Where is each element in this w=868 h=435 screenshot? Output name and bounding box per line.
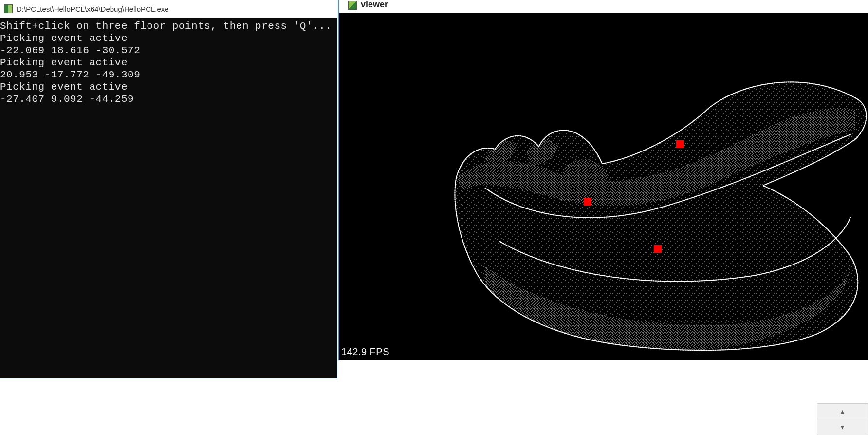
console-line: Picking event active bbox=[0, 33, 128, 44]
console-line: 20.953 -17.772 -49.309 bbox=[0, 69, 140, 80]
picked-point-marker bbox=[654, 245, 662, 253]
fps-counter: 142.9 FPS bbox=[341, 346, 389, 358]
desktop: D:\PCLtest\HelloPCL\x64\Debug\HelloPCL.e… bbox=[0, 0, 868, 435]
picked-point-marker bbox=[584, 198, 591, 206]
viewer-titlebar[interactable]: viewer bbox=[339, 0, 868, 10]
viewer-title: viewer bbox=[361, 0, 388, 10]
picked-point-marker bbox=[676, 140, 684, 148]
console-window[interactable]: D:\PCLtest\HelloPCL\x64\Debug\HelloPCL.e… bbox=[0, 0, 337, 378]
point-cloud-render bbox=[339, 13, 868, 360]
viewer-app-icon bbox=[348, 1, 357, 10]
console-line: Picking event active bbox=[0, 57, 128, 68]
viewer-window[interactable]: viewer bbox=[338, 0, 868, 360]
console-line: -27.407 9.092 -44.259 bbox=[0, 94, 134, 105]
console-line: Picking event active bbox=[0, 81, 128, 93]
scroll-up-icon[interactable]: ▲ bbox=[817, 404, 868, 419]
viewer-viewport[interactable]: 142.9 FPS bbox=[339, 13, 868, 360]
console-app-icon bbox=[4, 4, 13, 13]
console-titlebar[interactable]: D:\PCLtest\HelloPCL\x64\Debug\HelloPCL.e… bbox=[0, 0, 337, 18]
console-title: D:\PCLtest\HelloPCL\x64\Debug\HelloPCL.e… bbox=[17, 5, 169, 13]
scroll-widget[interactable]: ▲ ▼ bbox=[817, 403, 868, 435]
scroll-down-icon[interactable]: ▼ bbox=[817, 419, 868, 435]
console-line: Shift+click on three floor points, then … bbox=[0, 20, 332, 32]
console-output[interactable]: Shift+click on three floor points, then … bbox=[0, 18, 337, 378]
console-line: -22.069 18.616 -30.572 bbox=[0, 45, 140, 56]
